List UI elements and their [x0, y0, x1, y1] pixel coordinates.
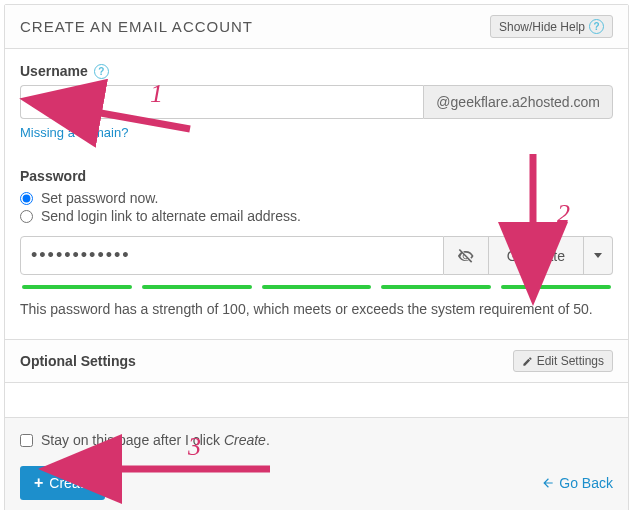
stay-on-page-checkbox[interactable]	[20, 434, 33, 447]
create-email-panel: CREATE AN EMAIL ACCOUNT Show/Hide Help ?…	[4, 4, 629, 510]
panel-footer: Stay on this page after I click Create. …	[5, 417, 628, 510]
radio-set-now-input[interactable]	[20, 192, 33, 205]
stay-on-page-row[interactable]: Stay on this page after I click Create.	[20, 432, 613, 448]
stay-em: Create	[224, 432, 266, 448]
password-strength-text: This password has a strength of 100, whi…	[20, 301, 613, 317]
create-button[interactable]: + Create	[20, 466, 105, 500]
page-title: CREATE AN EMAIL ACCOUNT	[20, 18, 253, 35]
create-button-label: Create	[49, 475, 91, 491]
eye-off-icon	[456, 246, 476, 266]
chevron-down-icon	[594, 253, 602, 258]
username-label: Username ?	[20, 63, 613, 79]
radio-send-link-label: Send login link to alternate email addre…	[41, 208, 301, 224]
username-input[interactable]	[20, 85, 423, 119]
toggle-visibility-button[interactable]	[444, 236, 489, 275]
username-input-group: @geekflare.a2hosted.com	[20, 85, 613, 119]
annotation-number-3: 3	[188, 432, 201, 462]
radio-set-now[interactable]: Set password now.	[20, 190, 613, 206]
optional-settings-title: Optional Settings	[20, 353, 136, 369]
panel-body: Username ? @geekflare.a2hosted.com Missi…	[5, 49, 628, 339]
password-label: Password	[20, 168, 613, 184]
annotation-number-2: 2	[557, 199, 570, 229]
optional-settings-header: Optional Settings Edit Settings	[5, 339, 628, 383]
pencil-icon	[522, 356, 533, 367]
help-icon: ?	[589, 19, 604, 34]
stay-post: .	[266, 432, 270, 448]
panel-header: CREATE AN EMAIL ACCOUNT Show/Hide Help ?	[5, 5, 628, 49]
password-input[interactable]	[20, 236, 444, 275]
edit-settings-label: Edit Settings	[537, 354, 604, 368]
generate-options-button[interactable]	[584, 236, 613, 275]
go-back-link[interactable]: Go Back	[541, 475, 613, 491]
show-hide-help-button[interactable]: Show/Hide Help ?	[490, 15, 613, 38]
username-label-text: Username	[20, 63, 88, 79]
domain-addon: @geekflare.a2hosted.com	[423, 85, 613, 119]
go-back-label: Go Back	[559, 475, 613, 491]
help-icon[interactable]: ?	[94, 64, 109, 79]
edit-settings-button[interactable]: Edit Settings	[513, 350, 613, 372]
radio-send-link[interactable]: Send login link to alternate email addre…	[20, 208, 613, 224]
password-strength-meter	[22, 285, 611, 289]
generate-button[interactable]: Generate	[489, 236, 584, 275]
arrow-left-icon	[541, 476, 555, 490]
plus-icon: +	[34, 475, 43, 491]
stay-on-page-label: Stay on this page after I click Create.	[41, 432, 270, 448]
footer-actions: + Create Go Back	[20, 466, 613, 500]
annotation-number-1: 1	[150, 79, 163, 109]
radio-send-link-input[interactable]	[20, 210, 33, 223]
missing-domain-link[interactable]: Missing a domain?	[20, 125, 128, 140]
radio-set-now-label: Set password now.	[41, 190, 159, 206]
password-input-group: Generate	[20, 236, 613, 275]
help-button-label: Show/Hide Help	[499, 20, 585, 34]
